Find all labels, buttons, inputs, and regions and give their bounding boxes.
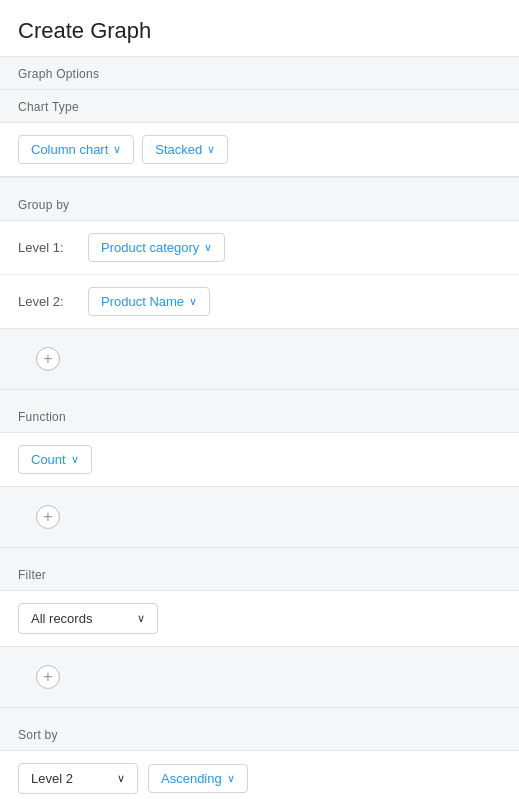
graph-options-label: Graph Options	[0, 57, 519, 89]
group-by-level1-row: Level 1: Product category ∨	[0, 221, 519, 275]
column-chart-chevron-icon: ∨	[113, 143, 121, 156]
function-dropdown[interactable]: Count ∨	[18, 445, 92, 474]
filter-dropdown[interactable]: All records ∨	[18, 603, 158, 634]
level2-label: Level 2:	[18, 294, 88, 309]
stacked-chevron-icon: ∨	[207, 143, 215, 156]
level1-label: Level 1:	[18, 240, 88, 255]
stacked-label: Stacked	[155, 142, 202, 157]
sort-level-chevron-icon: ∨	[117, 772, 125, 785]
sort-order-chevron-icon: ∨	[227, 772, 235, 785]
sort-level-dropdown[interactable]: Level 2 ∨	[18, 763, 138, 794]
function-chevron-icon: ∨	[71, 453, 79, 466]
stacked-dropdown[interactable]: Stacked ∨	[142, 135, 228, 164]
sort-level-value: Level 2	[31, 771, 73, 786]
column-chart-label: Column chart	[31, 142, 108, 157]
column-chart-dropdown[interactable]: Column chart ∨	[18, 135, 134, 164]
group-by-label: Group by	[0, 188, 519, 220]
filter-value: All records	[31, 611, 92, 626]
page-title: Create Graph	[0, 0, 519, 57]
level1-dropdown[interactable]: Product category ∨	[88, 233, 225, 262]
sort-order-dropdown[interactable]: Ascending ∨	[148, 764, 248, 793]
function-label: Function	[0, 400, 519, 432]
filter-chevron-icon: ∨	[137, 612, 145, 625]
add-group-by-button[interactable]: +	[36, 347, 60, 371]
add-filter-button[interactable]: +	[36, 665, 60, 689]
filter-label: Filter	[0, 558, 519, 590]
sort-by-label: Sort by	[0, 718, 519, 750]
add-function-button[interactable]: +	[36, 505, 60, 529]
level2-chevron-icon: ∨	[189, 295, 197, 308]
chart-type-label: Chart Type	[0, 90, 519, 122]
group-by-level2-row: Level 2: Product Name ∨	[0, 275, 519, 328]
level2-value: Product Name	[101, 294, 184, 309]
level1-chevron-icon: ∨	[204, 241, 212, 254]
level1-value: Product category	[101, 240, 199, 255]
sort-order-value: Ascending	[161, 771, 222, 786]
level2-dropdown[interactable]: Product Name ∨	[88, 287, 210, 316]
function-value: Count	[31, 452, 66, 467]
